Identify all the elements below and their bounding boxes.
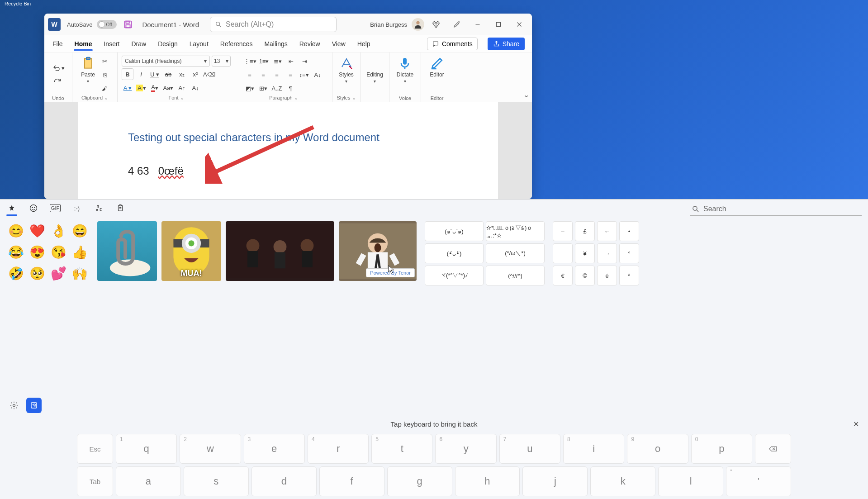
panel-close-button[interactable]: ✕ (853, 420, 859, 428)
keyboard-prompt[interactable]: Tap keyboard to bring it back (9, 420, 859, 428)
key-w[interactable]: 2w (180, 434, 241, 464)
tab-help[interactable]: Help (356, 38, 371, 50)
share-button[interactable]: Share (488, 38, 525, 50)
key-y[interactable]: 6y (435, 434, 496, 464)
symbol-cell[interactable]: © (575, 266, 595, 285)
format-painter-button[interactable]: 🖌 (99, 82, 111, 94)
kaomoji-cell[interactable]: (*/ω＼*) (486, 243, 545, 263)
dictate-button[interactable]: Dictate ▾ (395, 55, 415, 85)
emoji-cell[interactable]: 😍 (28, 242, 47, 261)
symbol-cell[interactable]: ° (619, 243, 639, 263)
superscript-button[interactable]: x² (190, 68, 201, 80)
kaomoji-cell[interactable]: (•́ᴗ•̀) (425, 243, 484, 263)
comments-button[interactable]: Comments (427, 38, 478, 50)
copy-button[interactable]: ⎘ (99, 69, 111, 81)
kaomoji-cell[interactable]: (^///^) (486, 266, 545, 285)
tab-review[interactable]: Review (299, 38, 321, 50)
panel-tab-symbols[interactable] (93, 201, 104, 215)
key-f[interactable]: f (319, 466, 384, 496)
key-t[interactable]: 5t (371, 434, 432, 464)
align-center-button[interactable]: ≡ (257, 69, 269, 81)
strike-button[interactable]: ab (162, 68, 174, 80)
indent-dec-button[interactable]: ⇤ (285, 55, 297, 67)
tab-draw[interactable]: Draw (130, 38, 147, 50)
key-a[interactable]: a (116, 466, 181, 496)
sort-button[interactable]: A↓ (312, 69, 323, 81)
highlight-button[interactable]: A▾ (135, 82, 147, 94)
shrink-font-button[interactable]: A↓ (190, 82, 201, 94)
font-name-select[interactable]: Calibri Light (Headings)▾ (122, 56, 210, 67)
document-area[interactable]: Testing out special characters in my Wor… (44, 102, 532, 199)
emoji-cell[interactable]: 😂 (6, 242, 25, 261)
key-e[interactable]: 3e (244, 434, 305, 464)
key-k[interactable]: k (590, 466, 655, 496)
change-case-button[interactable]: Aa▾ (162, 82, 174, 94)
undo-button[interactable]: ▾ (52, 62, 65, 74)
kaomoji-cell[interactable]: ヾ(*°▽°*)ﾉ (425, 266, 484, 285)
pilcrow-button[interactable]: ¶ (285, 82, 296, 94)
tab-design[interactable]: Design (157, 38, 179, 50)
tab-mailings[interactable]: Mailings (263, 38, 288, 50)
autosave-toggle[interactable]: Off (97, 20, 117, 29)
panel-tab-emoji[interactable] (28, 201, 39, 215)
borders-button[interactable]: ⊞▾ (257, 82, 269, 94)
key-Esc[interactable]: Esc (77, 434, 113, 464)
search-input[interactable]: Search (Alt+Q) (210, 17, 337, 32)
underline-button[interactable]: U ▾ (149, 68, 161, 80)
panel-tab-clipboard[interactable] (115, 201, 126, 215)
key-d[interactable]: d (251, 466, 317, 496)
symbol-cell[interactable]: € (553, 266, 573, 285)
key-apostrophe[interactable]: "' (726, 466, 791, 496)
maximize-button[interactable] (489, 15, 508, 33)
symbol-cell[interactable]: → (597, 243, 617, 263)
emoji-cell[interactable]: 😊 (6, 221, 25, 240)
gif-tile-applause[interactable] (226, 221, 334, 281)
emoji-cell[interactable]: 👌 (49, 221, 68, 240)
align-left-button[interactable]: ≡ (244, 69, 256, 81)
editor-button[interactable]: Editor (428, 55, 446, 79)
panel-tab-kaomoji[interactable]: ;-) (71, 201, 82, 215)
grow-font-button[interactable]: A↑ (176, 82, 188, 94)
close-button[interactable] (510, 15, 528, 33)
key-p[interactable]: 0p (691, 434, 752, 464)
bullets-button[interactable]: ⋮≡▾ (244, 55, 256, 67)
tab-file[interactable]: File (52, 38, 64, 50)
indent-inc-button[interactable]: ⇥ (299, 55, 311, 67)
line-spacing-button[interactable]: ↕≡▾ (298, 69, 310, 81)
diamond-icon[interactable] (427, 15, 445, 33)
key-h[interactable]: h (455, 466, 520, 496)
sort2-button[interactable]: A↓Z (271, 82, 283, 94)
symbol-cell[interactable]: ² (619, 266, 639, 285)
minimize-button[interactable] (469, 15, 487, 33)
symbol-cell[interactable]: ← (597, 221, 617, 241)
gif-tile-clippy[interactable] (97, 221, 157, 281)
bold-button[interactable]: B (122, 68, 133, 80)
page[interactable]: Testing out special characters in my Wor… (78, 102, 498, 199)
key-s[interactable]: s (184, 466, 249, 496)
key-tab[interactable]: Tab (77, 466, 113, 496)
tab-insert[interactable]: Insert (103, 38, 120, 50)
key-backspace[interactable] (755, 434, 791, 464)
font-color-button[interactable]: A▾ (149, 82, 161, 94)
pen-icon[interactable] (448, 15, 466, 33)
multilevel-button[interactable]: ≣▾ (272, 55, 284, 67)
symbol-cell[interactable]: é (597, 266, 617, 285)
emoji-cell[interactable]: 🥺 (28, 264, 47, 283)
save-icon[interactable] (123, 19, 133, 29)
numbering-button[interactable]: 1≡▾ (258, 55, 270, 67)
settings-button[interactable] (6, 398, 22, 413)
subscript-button[interactable]: x₂ (176, 68, 188, 80)
symbol-cell[interactable]: £ (575, 221, 595, 241)
emoji-cell[interactable]: 😄 (70, 221, 89, 240)
gif-tile-excited[interactable]: So Excited~ GIF Powered By Tenor (339, 221, 417, 281)
emoji-cell[interactable]: ❤️ (28, 221, 47, 240)
tab-references[interactable]: References (219, 38, 254, 50)
ribbon-collapse-icon[interactable]: ⌄ (523, 90, 529, 99)
symbol-cell[interactable]: ¥ (575, 243, 595, 263)
tab-view[interactable]: View (331, 38, 346, 50)
paste-button[interactable]: Paste ▾ (79, 55, 97, 85)
key-i[interactable]: 8i (563, 434, 624, 464)
key-g[interactable]: g (387, 466, 452, 496)
kaomoji-cell[interactable]: (๑´ᴗ`๑) (425, 221, 484, 241)
align-right-button[interactable]: ≡ (271, 69, 283, 81)
